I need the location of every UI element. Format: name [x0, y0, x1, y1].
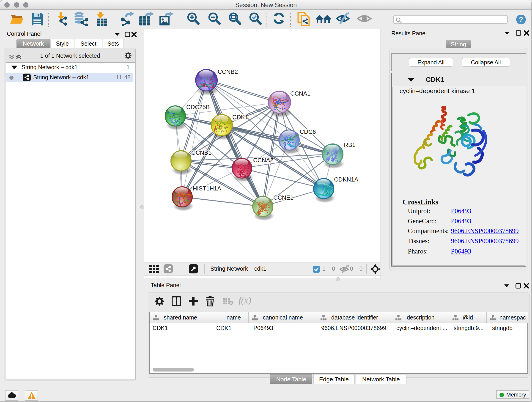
svg-text:CDKN1A: CDKN1A — [334, 176, 358, 183]
svg-text:CCNA2: CCNA2 — [253, 157, 273, 164]
svg-text:?: ? — [519, 16, 523, 24]
svg-text:CCNA1: CCNA1 — [290, 90, 310, 97]
svg-text:HIST1H1A: HIST1H1A — [193, 185, 221, 192]
svg-text:CDC25B: CDC25B — [186, 104, 210, 110]
svg-text:CDK1: CDK1 — [232, 114, 248, 121]
svg-text:CCNB2: CCNB2 — [218, 68, 238, 75]
svg-text:RB1: RB1 — [344, 141, 355, 148]
svg-text:CCNE1: CCNE1 — [273, 194, 293, 201]
svg-text:CDC6: CDC6 — [300, 128, 316, 135]
svg-text:CCNB1: CCNB1 — [191, 149, 211, 156]
